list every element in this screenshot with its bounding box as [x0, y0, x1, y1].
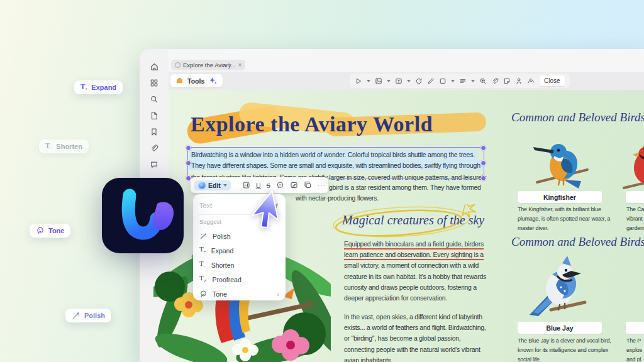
edit-label: Edit — [208, 182, 221, 189]
comment-icon[interactable] — [149, 160, 159, 170]
text-selection-box[interactable] — [187, 147, 484, 179]
section-heading: Common and Beloved Birds — [511, 235, 644, 249]
caret-down-icon[interactable] — [471, 80, 475, 82]
bird-caption: The Blue Jay is a clever and vocal bird,… — [518, 336, 611, 362]
selection-handle[interactable] — [186, 145, 191, 151]
mid-paragraph-1: Equipped with binoculars and a field gui… — [344, 239, 486, 304]
selection-handle[interactable] — [480, 160, 486, 166]
menu-item-label: Tone — [213, 290, 272, 298]
bird-caption-partial: The Car vibrant r gardens — [626, 205, 644, 233]
caption-line: The Kingfisher, with its brilliant blue — [518, 205, 610, 214]
caret-down-icon[interactable] — [387, 80, 391, 82]
script-heading: Magical creatures of the sky — [342, 213, 484, 228]
font-box-icon[interactable] — [242, 181, 250, 189]
paragraph-line: avian inhabitants. — [344, 355, 486, 362]
caret-down-icon[interactable] — [367, 80, 370, 82]
caret-down-icon[interactable] — [407, 80, 411, 82]
search-icon[interactable] — [149, 94, 159, 104]
page-icon[interactable] — [149, 111, 159, 121]
edit-ai-icon — [198, 182, 206, 189]
smiley-icon — [36, 226, 45, 235]
paragraph-line: exists... a world of feathers and flight… — [344, 322, 486, 333]
person-icon[interactable] — [515, 77, 523, 85]
play-icon[interactable] — [355, 77, 362, 85]
lines-icon[interactable] — [459, 77, 467, 85]
text-check-icon: T✓ — [199, 275, 208, 283]
floating-pill-tone[interactable]: Tone — [30, 224, 70, 238]
caption-line: and pl — [626, 355, 642, 362]
bird-caption-partial: The P explos and pl — [626, 336, 642, 362]
paragraph-line: deeper appreciation for conservation. — [344, 293, 486, 304]
stage: Explore the Aviary... × + Tools Close — [0, 0, 644, 362]
caption-line: plumage, is often spotted near water, a — [518, 214, 610, 224]
menu-item-proofread[interactable]: T✓ Proofread — [199, 272, 279, 287]
home-icon[interactable] — [149, 62, 159, 72]
caret-down-icon[interactable] — [451, 80, 455, 82]
caption-line: social life. — [518, 355, 611, 362]
bird-name-label-partial — [626, 191, 644, 203]
tab-bar: Explore the Aviary... × + — [169, 49, 644, 72]
menu-item-tone[interactable]: Tone › — [199, 287, 279, 301]
grid-icon[interactable] — [149, 78, 159, 88]
menu-item-label: Expand — [211, 247, 279, 255]
paperclip-icon[interactable] — [149, 143, 159, 153]
bird-caption: The Kingfisher, with its brilliant blue … — [518, 205, 610, 233]
zoom-search-icon[interactable] — [479, 77, 487, 85]
pill-label: Polish — [84, 312, 105, 319]
document-tab[interactable]: Explore the Aviary... × — [171, 60, 245, 70]
text-plus-icon: T+ — [80, 83, 87, 92]
selection-handle[interactable] — [480, 145, 486, 151]
cursor-pointer — [249, 189, 287, 231]
caret-down-icon[interactable] — [223, 184, 227, 187]
section-heading: Common and Beloved Birds — [511, 111, 644, 124]
pen-icon[interactable] — [427, 77, 435, 85]
briefcase-icon — [175, 77, 184, 85]
main-toolbar: Tools Close — [169, 72, 644, 90]
floating-pill-polish[interactable]: Polish — [65, 309, 111, 322]
kingfisher-illustration — [526, 131, 596, 192]
floating-pill-expand[interactable]: T+ Expand — [74, 80, 123, 94]
pill-label: Tone — [48, 227, 64, 234]
selection-handle[interactable] — [480, 175, 486, 181]
paragraph-line: curiosity and draws people outdoors, fos… — [344, 282, 486, 293]
tools-button[interactable]: Tools — [170, 74, 223, 87]
tab-close-icon[interactable]: × — [238, 62, 242, 69]
caption-line: vibrant r — [626, 214, 644, 224]
more-icon[interactable]: ··· — [318, 182, 326, 189]
bird-name-label-partial — [626, 322, 644, 334]
shape-icon[interactable] — [439, 77, 447, 85]
image-icon[interactable] — [375, 77, 382, 85]
copy-icon[interactable] — [304, 181, 312, 189]
proofread-underline: learn patience and observation. Every si… — [344, 251, 484, 260]
paragraph-line: or "birding", has become a global passio… — [344, 333, 486, 344]
comment-bubble-icon[interactable] — [276, 181, 284, 189]
selection-handle[interactable] — [186, 160, 191, 166]
textbox-icon[interactable] — [395, 77, 402, 85]
paragraph-line: creature in its own habitat. It's a hobb… — [344, 272, 486, 282]
wand-icon — [72, 311, 80, 320]
new-tab-button[interactable]: + — [226, 60, 231, 69]
signature-icon[interactable] — [527, 77, 535, 85]
menu-item-label: Shorten — [211, 261, 279, 269]
ai-sparkle-icon[interactable] — [208, 76, 218, 85]
bird-name-label: Kingfisher — [518, 191, 602, 203]
bookmark-icon[interactable] — [149, 127, 159, 137]
close-button[interactable]: Close — [540, 75, 565, 86]
bird-name-label: Blue Jay — [518, 322, 602, 334]
blue-jay-illustration — [519, 252, 596, 324]
document-title: Explore the Aviary World — [191, 112, 433, 136]
cardinal-illustration-partial — [619, 138, 644, 194]
floating-pill-shorten[interactable]: T− Shorten — [39, 140, 89, 153]
menu-item-expand[interactable]: T+ Expand — [199, 243, 279, 258]
rotate-icon[interactable] — [415, 77, 423, 85]
tab-status-icon — [175, 62, 180, 68]
note-edit-icon[interactable] — [290, 181, 298, 189]
sticker-icon[interactable] — [503, 77, 511, 85]
attachment-icon[interactable] — [491, 77, 499, 85]
annotation-toolbar: Close — [350, 74, 570, 88]
pill-label: Shorten — [56, 143, 82, 150]
edit-button[interactable]: Edit — [194, 180, 231, 190]
smiley-icon — [199, 290, 208, 298]
menu-item-shorten[interactable]: T− Shorten — [199, 258, 279, 272]
caption-line: The Blue Jay is a clever and vocal bird, — [518, 336, 611, 346]
